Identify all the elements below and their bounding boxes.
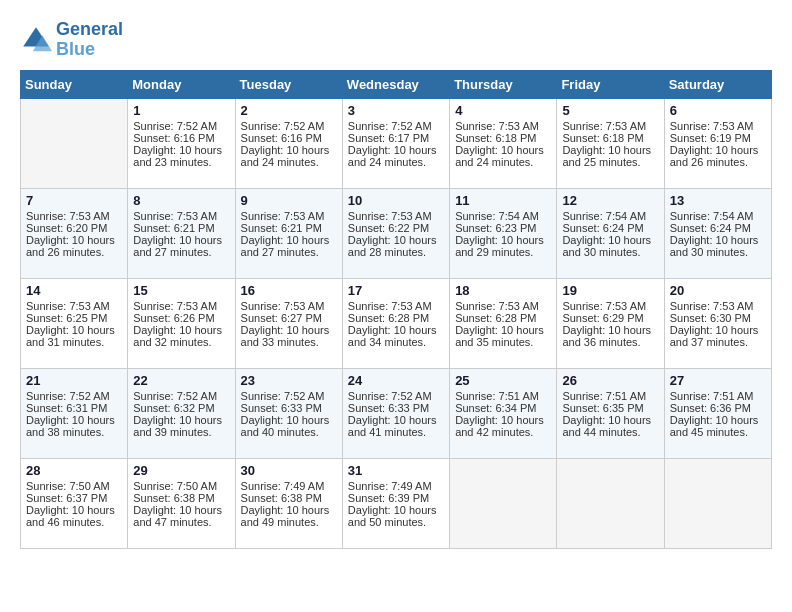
- day-cell: [664, 458, 771, 548]
- day-number: 10: [348, 193, 444, 208]
- daylight-text: Daylight: 10 hours and 24 minutes.: [348, 144, 437, 168]
- sunset-text: Sunset: 6:21 PM: [241, 222, 322, 234]
- sunrise-text: Sunrise: 7:52 AM: [133, 120, 217, 132]
- sunrise-text: Sunrise: 7:52 AM: [241, 390, 325, 402]
- day-number: 29: [133, 463, 229, 478]
- sunset-text: Sunset: 6:20 PM: [26, 222, 107, 234]
- day-number: 31: [348, 463, 444, 478]
- day-cell: 25Sunrise: 7:51 AMSunset: 6:34 PMDayligh…: [450, 368, 557, 458]
- page-header: General Blue: [20, 20, 772, 60]
- sunset-text: Sunset: 6:24 PM: [670, 222, 751, 234]
- sunrise-text: Sunrise: 7:52 AM: [241, 120, 325, 132]
- daylight-text: Daylight: 10 hours and 44 minutes.: [562, 414, 651, 438]
- day-number: 20: [670, 283, 766, 298]
- daylight-text: Daylight: 10 hours and 32 minutes.: [133, 324, 222, 348]
- sunset-text: Sunset: 6:36 PM: [670, 402, 751, 414]
- day-cell: 19Sunrise: 7:53 AMSunset: 6:29 PMDayligh…: [557, 278, 664, 368]
- header-cell-monday: Monday: [128, 70, 235, 98]
- sunset-text: Sunset: 6:28 PM: [348, 312, 429, 324]
- sunrise-text: Sunrise: 7:53 AM: [348, 300, 432, 312]
- day-number: 24: [348, 373, 444, 388]
- day-cell: 2Sunrise: 7:52 AMSunset: 6:16 PMDaylight…: [235, 98, 342, 188]
- day-cell: 15Sunrise: 7:53 AMSunset: 6:26 PMDayligh…: [128, 278, 235, 368]
- day-number: 17: [348, 283, 444, 298]
- logo-text: General Blue: [56, 20, 123, 60]
- day-number: 19: [562, 283, 658, 298]
- day-cell: 30Sunrise: 7:49 AMSunset: 6:38 PMDayligh…: [235, 458, 342, 548]
- day-number: 7: [26, 193, 122, 208]
- daylight-text: Daylight: 10 hours and 27 minutes.: [241, 234, 330, 258]
- day-number: 5: [562, 103, 658, 118]
- sunrise-text: Sunrise: 7:53 AM: [455, 300, 539, 312]
- sunset-text: Sunset: 6:34 PM: [455, 402, 536, 414]
- sunrise-text: Sunrise: 7:54 AM: [455, 210, 539, 222]
- sunset-text: Sunset: 6:19 PM: [670, 132, 751, 144]
- sunrise-text: Sunrise: 7:49 AM: [241, 480, 325, 492]
- day-cell: 24Sunrise: 7:52 AMSunset: 6:33 PMDayligh…: [342, 368, 449, 458]
- day-number: 30: [241, 463, 337, 478]
- sunset-text: Sunset: 6:16 PM: [241, 132, 322, 144]
- week-row-5: 28Sunrise: 7:50 AMSunset: 6:37 PMDayligh…: [21, 458, 772, 548]
- sunrise-text: Sunrise: 7:53 AM: [241, 210, 325, 222]
- sunrise-text: Sunrise: 7:51 AM: [562, 390, 646, 402]
- sunset-text: Sunset: 6:33 PM: [241, 402, 322, 414]
- week-row-4: 21Sunrise: 7:52 AMSunset: 6:31 PMDayligh…: [21, 368, 772, 458]
- sunset-text: Sunset: 6:31 PM: [26, 402, 107, 414]
- sunrise-text: Sunrise: 7:54 AM: [670, 210, 754, 222]
- day-number: 27: [670, 373, 766, 388]
- day-number: 16: [241, 283, 337, 298]
- daylight-text: Daylight: 10 hours and 41 minutes.: [348, 414, 437, 438]
- day-number: 1: [133, 103, 229, 118]
- header-cell-tuesday: Tuesday: [235, 70, 342, 98]
- daylight-text: Daylight: 10 hours and 45 minutes.: [670, 414, 759, 438]
- day-number: 4: [455, 103, 551, 118]
- daylight-text: Daylight: 10 hours and 49 minutes.: [241, 504, 330, 528]
- day-number: 15: [133, 283, 229, 298]
- day-number: 11: [455, 193, 551, 208]
- day-number: 14: [26, 283, 122, 298]
- daylight-text: Daylight: 10 hours and 40 minutes.: [241, 414, 330, 438]
- sunrise-text: Sunrise: 7:53 AM: [562, 300, 646, 312]
- day-cell: 28Sunrise: 7:50 AMSunset: 6:37 PMDayligh…: [21, 458, 128, 548]
- sunrise-text: Sunrise: 7:53 AM: [241, 300, 325, 312]
- daylight-text: Daylight: 10 hours and 46 minutes.: [26, 504, 115, 528]
- sunrise-text: Sunrise: 7:52 AM: [133, 390, 217, 402]
- sunset-text: Sunset: 6:26 PM: [133, 312, 214, 324]
- day-cell: 3Sunrise: 7:52 AMSunset: 6:17 PMDaylight…: [342, 98, 449, 188]
- sunset-text: Sunset: 6:33 PM: [348, 402, 429, 414]
- sunset-text: Sunset: 6:18 PM: [562, 132, 643, 144]
- day-cell: 16Sunrise: 7:53 AMSunset: 6:27 PMDayligh…: [235, 278, 342, 368]
- day-number: 21: [26, 373, 122, 388]
- day-cell: 10Sunrise: 7:53 AMSunset: 6:22 PMDayligh…: [342, 188, 449, 278]
- daylight-text: Daylight: 10 hours and 47 minutes.: [133, 504, 222, 528]
- daylight-text: Daylight: 10 hours and 39 minutes.: [133, 414, 222, 438]
- header-cell-wednesday: Wednesday: [342, 70, 449, 98]
- daylight-text: Daylight: 10 hours and 38 minutes.: [26, 414, 115, 438]
- sunset-text: Sunset: 6:29 PM: [562, 312, 643, 324]
- daylight-text: Daylight: 10 hours and 34 minutes.: [348, 324, 437, 348]
- sunrise-text: Sunrise: 7:53 AM: [455, 120, 539, 132]
- daylight-text: Daylight: 10 hours and 37 minutes.: [670, 324, 759, 348]
- sunrise-text: Sunrise: 7:53 AM: [670, 120, 754, 132]
- day-cell: 5Sunrise: 7:53 AMSunset: 6:18 PMDaylight…: [557, 98, 664, 188]
- sunset-text: Sunset: 6:28 PM: [455, 312, 536, 324]
- sunrise-text: Sunrise: 7:50 AM: [133, 480, 217, 492]
- daylight-text: Daylight: 10 hours and 42 minutes.: [455, 414, 544, 438]
- header-cell-saturday: Saturday: [664, 70, 771, 98]
- day-number: 9: [241, 193, 337, 208]
- header-row: SundayMondayTuesdayWednesdayThursdayFrid…: [21, 70, 772, 98]
- day-cell: 6Sunrise: 7:53 AMSunset: 6:19 PMDaylight…: [664, 98, 771, 188]
- calendar-table: SundayMondayTuesdayWednesdayThursdayFrid…: [20, 70, 772, 549]
- header-cell-thursday: Thursday: [450, 70, 557, 98]
- sunrise-text: Sunrise: 7:53 AM: [133, 300, 217, 312]
- week-row-2: 7Sunrise: 7:53 AMSunset: 6:20 PMDaylight…: [21, 188, 772, 278]
- sunset-text: Sunset: 6:22 PM: [348, 222, 429, 234]
- sunset-text: Sunset: 6:16 PM: [133, 132, 214, 144]
- daylight-text: Daylight: 10 hours and 31 minutes.: [26, 324, 115, 348]
- day-cell: 23Sunrise: 7:52 AMSunset: 6:33 PMDayligh…: [235, 368, 342, 458]
- header-cell-sunday: Sunday: [21, 70, 128, 98]
- day-cell: 8Sunrise: 7:53 AMSunset: 6:21 PMDaylight…: [128, 188, 235, 278]
- day-number: 28: [26, 463, 122, 478]
- sunrise-text: Sunrise: 7:50 AM: [26, 480, 110, 492]
- day-number: 8: [133, 193, 229, 208]
